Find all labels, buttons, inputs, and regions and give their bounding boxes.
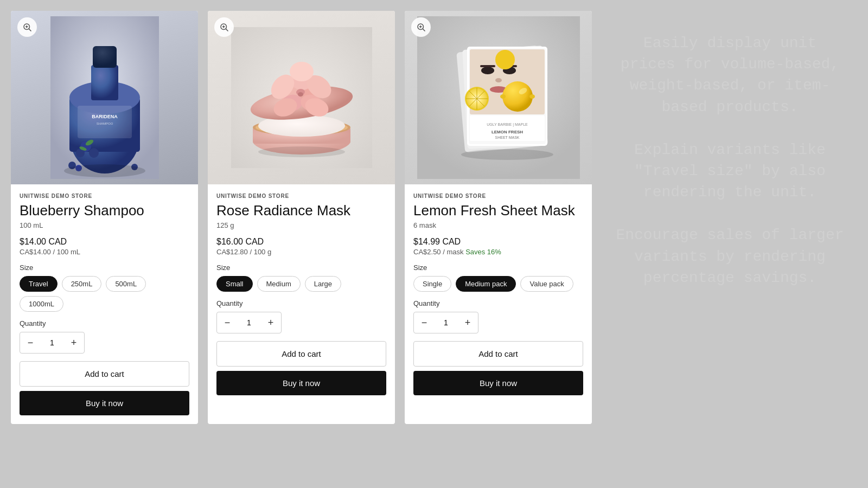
size-options-3: Single Medium pack Value pack (413, 276, 583, 292)
size-btn-single[interactable]: Single (413, 276, 451, 292)
svg-text:UGLY BARBIE | MAPLE: UGLY BARBIE | MAPLE (487, 123, 528, 127)
sidebar-text-area: Easily display unit prices for volume-ba… (603, 11, 857, 310)
zoom-button-1[interactable] (17, 17, 37, 37)
quantity-label-1: Quantity (20, 319, 189, 328)
product-image-1: BARIDENA SHAMPOO (11, 11, 198, 184)
svg-line-49 (423, 29, 425, 31)
svg-point-67 (500, 94, 506, 99)
size-btn-500ml[interactable]: 500mL (106, 276, 146, 292)
size-btn-medium[interactable]: Medium (257, 276, 301, 292)
svg-rect-8 (91, 65, 118, 100)
product-2-image-inner (208, 11, 395, 184)
blueberry-bottle-svg: BARIDENA SHAMPOO (50, 16, 159, 179)
rose-cream-svg (231, 27, 372, 168)
quantity-label-3: Quantity (413, 299, 583, 307)
size-btn-travel[interactable]: Travel (20, 276, 58, 292)
product-card-1: BARIDENA SHAMPOO (11, 11, 198, 424)
add-to-cart-btn-1[interactable]: Add to cart (20, 361, 189, 387)
svg-point-42 (290, 62, 314, 81)
svg-point-58 (481, 67, 494, 74)
svg-point-62 (495, 78, 502, 82)
product-card-3: UGLY BARBIE | MAPLE LEMON FRESH SHEET MA… (405, 11, 592, 424)
svg-point-64 (502, 81, 533, 112)
add-to-cart-btn-3[interactable]: Add to cart (413, 341, 583, 367)
qty-increase-3[interactable]: + (457, 312, 478, 333)
qty-value-2: 1 (238, 318, 260, 327)
svg-text:SHEET MASK: SHEET MASK (495, 136, 519, 139)
size-btn-value-pack[interactable]: Value pack (520, 276, 573, 292)
size-btn-250ml[interactable]: 250mL (62, 276, 102, 292)
quantity-control-2: − 1 + (216, 312, 282, 333)
product-unit-price-1: CA$14.00 / 100 mL (20, 248, 189, 256)
products-area: BARIDENA SHAMPOO (11, 11, 592, 424)
size-options-2: Small Medium Large (216, 276, 386, 292)
savings-tag-3: Saves 16% (465, 248, 501, 256)
svg-text:BARIDENA: BARIDENA (92, 114, 118, 119)
size-btn-1000ml[interactable]: 1000mL (20, 296, 63, 312)
product-image-2 (208, 11, 395, 184)
product-title-3: Lemon Fresh Sheet Mask (413, 202, 583, 219)
product-unit-2: 125 g (216, 221, 386, 229)
zoom-button-2[interactable] (214, 17, 234, 37)
size-btn-small[interactable]: Small (216, 276, 253, 292)
qty-value-1: 1 (41, 338, 63, 347)
store-label-3: UNITWISE DEMO STORE (413, 193, 583, 199)
product-image-3: UGLY BARBIE | MAPLE LEMON FRESH SHEET MA… (405, 11, 592, 184)
buy-now-btn-2[interactable]: Buy it now (216, 371, 386, 395)
product-price-2: $16.00 CAD (216, 237, 264, 246)
product-unit-price-2: CA$12.80 / 100 g (216, 248, 386, 256)
size-label-3: Size (413, 264, 583, 272)
qty-increase-1[interactable]: + (63, 332, 84, 353)
buy-now-btn-3[interactable]: Buy it now (413, 371, 583, 395)
svg-text:LEMON FRESH: LEMON FRESH (491, 130, 522, 134)
svg-text:SHAMPOO: SHAMPOO (96, 122, 113, 125)
product-unit-1: 100 mL (20, 221, 189, 229)
size-btn-medium-pack[interactable]: Medium pack (456, 276, 516, 292)
product-1-image-inner: BARIDENA SHAMPOO (11, 11, 198, 184)
sidebar-heading-2: Explain variants like "Travel size" by a… (614, 139, 846, 203)
quantity-label-2: Quantity (216, 299, 386, 307)
svg-point-22 (64, 164, 145, 177)
qty-increase-2[interactable]: + (260, 312, 281, 333)
size-options-1: Travel 250mL 500mL 1000mL (20, 276, 189, 312)
product-3-image-inner: UGLY BARBIE | MAPLE LEMON FRESH SHEET MA… (405, 11, 592, 184)
zoom-button-3[interactable] (411, 17, 431, 37)
product-card-2: UNITWISE DEMO STORE Rose Radiance Mask 1… (208, 11, 395, 424)
svg-point-66 (529, 94, 535, 99)
product-title-1: Blueberry Shampoo (20, 202, 189, 219)
qty-decrease-2[interactable]: − (217, 312, 238, 333)
svg-point-79 (461, 149, 553, 160)
qty-value-3: 1 (435, 318, 457, 327)
buy-now-btn-1[interactable]: Buy it now (20, 391, 189, 415)
svg-point-74 (495, 50, 515, 69)
sidebar-heading-1: Easily display unit prices for volume-ba… (614, 33, 846, 118)
product-price-3: $14.99 CAD (413, 237, 461, 246)
svg-rect-9 (93, 46, 117, 68)
size-btn-large[interactable]: Large (305, 276, 341, 292)
product-title-2: Rose Radiance Mask (216, 202, 386, 219)
product-price-1: $14.00 CAD (20, 237, 67, 246)
svg-line-24 (226, 29, 228, 31)
store-label-2: UNITWISE DEMO STORE (216, 193, 386, 199)
store-label-1: UNITWISE DEMO STORE (20, 193, 189, 199)
svg-point-46 (298, 92, 303, 97)
qty-decrease-1[interactable]: − (20, 332, 41, 353)
main-layout: BARIDENA SHAMPOO (11, 11, 857, 424)
svg-line-1 (29, 29, 31, 31)
svg-point-47 (258, 146, 345, 157)
qty-decrease-3[interactable]: − (414, 312, 435, 333)
quantity-control-3: − 1 + (413, 312, 478, 333)
svg-rect-60 (480, 65, 495, 67)
product-unit-price-3: CA$2.50 / mask Saves 16% (413, 248, 583, 256)
size-label-1: Size (20, 264, 189, 272)
product-body-1: UNITWISE DEMO STORE Blueberry Shampoo 10… (11, 184, 198, 424)
size-label-2: Size (216, 264, 386, 272)
svg-point-15 (89, 148, 99, 158)
product-unit-3: 6 mask (413, 221, 583, 229)
product-body-2: UNITWISE DEMO STORE Rose Radiance Mask 1… (208, 184, 395, 424)
product-body-3: UNITWISE DEMO STORE Lemon Fresh Sheet Ma… (405, 184, 592, 424)
sidebar-heading-3: Encourage sales of larger variants by re… (614, 224, 846, 288)
quantity-control-1: − 1 + (20, 332, 85, 354)
lemon-mask-svg: UGLY BARBIE | MAPLE LEMON FRESH SHEET MA… (417, 16, 580, 179)
add-to-cart-btn-2[interactable]: Add to cart (216, 341, 386, 367)
